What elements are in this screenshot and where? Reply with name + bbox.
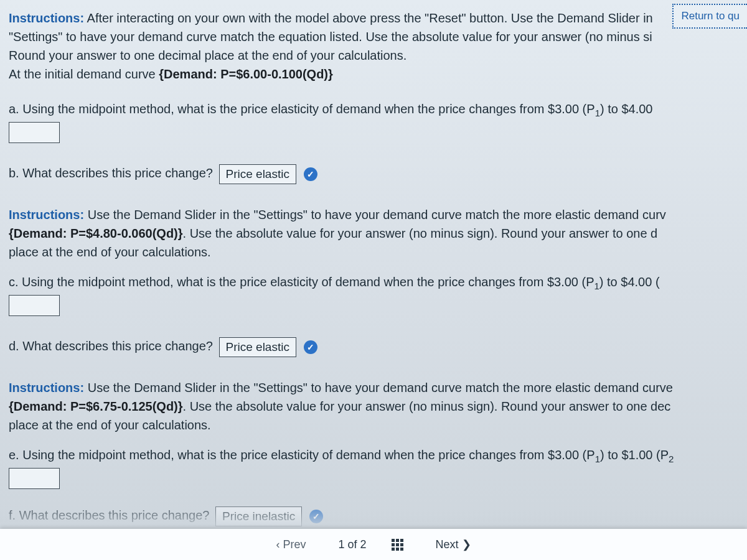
answer-input-a[interactable] (9, 122, 60, 143)
instr3-line3: place at the end of your calculations. (9, 416, 747, 434)
instr3-line1: Use the Demand Slider in the "Settings" … (84, 381, 673, 394)
qa-sub: 1 (595, 108, 600, 118)
answer-input-e[interactable] (9, 468, 60, 489)
page-count: 1 of 2 (338, 538, 366, 551)
question-c: c. Using the midpoint method, what is th… (9, 275, 747, 291)
instr1-line1: After interacting on your own with the m… (84, 11, 653, 25)
question-b: b. What describes this price change? Pri… (9, 164, 747, 184)
demand-equation-1: {Demand: P=$6.00-0.100(Qd)} (159, 67, 333, 81)
check-icon: ✓ (304, 340, 317, 354)
answer-input-c[interactable] (9, 295, 60, 316)
qc-suffix: ) to $4.00 ( (599, 275, 660, 289)
demand-equation-3: {Demand: P=$6.75-0.125(Qd)} (9, 399, 183, 413)
answer-select-d[interactable]: Price elastic (219, 337, 296, 357)
next-button[interactable]: Next ❯ (428, 534, 479, 555)
qb-text: b. What describes this price change? (9, 166, 213, 180)
qa-text: a. Using the midpoint method, what is th… (9, 102, 595, 116)
instr3-after-eq: . Use the absolute value for your answer… (183, 399, 671, 413)
qe-sub2: 2 (669, 454, 674, 464)
nav-bar: ‹ Prev 1 of 2 Next ❯ (0, 529, 747, 560)
prev-button[interactable]: ‹ Prev (268, 534, 313, 555)
qf-text: f. What describes this price change? (9, 508, 209, 522)
check-icon: ✓ (304, 167, 317, 181)
demand-equation-2: {Demand: P=$4.80-0.060(Qd)} (9, 226, 183, 240)
question-e: e. Using the midpoint method, what is th… (9, 448, 747, 464)
qc-sub: 1 (594, 281, 599, 291)
instr2-line2: {Demand: P=$4.80-0.060(Qd)}. Use the abs… (9, 224, 747, 243)
check-icon: ✓ (309, 510, 323, 523)
instr1-line2: "Settings" to have your demand curve mat… (9, 27, 747, 46)
answer-select-f[interactable]: Price inelastic (215, 506, 302, 526)
instr2-after-eq: . Use the absolute value for your answer… (183, 226, 658, 240)
answer-select-b[interactable]: Price elastic (219, 164, 296, 184)
instr1-line4-pre: At the initial demand curve (9, 67, 159, 81)
instr2-line1: Use the Demand Slider in the "Settings" … (84, 208, 666, 222)
instr2-line3: place at the end of your calculations. (9, 243, 747, 261)
question-d: d. What describes this price change? Pri… (9, 337, 747, 357)
grid-icon[interactable] (392, 539, 403, 551)
instr1-line4: At the initial demand curve {Demand: P=$… (9, 65, 747, 83)
question-f: f. What describes this price change? Pri… (9, 506, 747, 526)
instructions-3: Instructions: Use the Demand Slider in t… (9, 378, 747, 397)
instructions-1: Instructions: After interacting on your … (9, 9, 747, 27)
instructions-label-3: Instructions: (9, 381, 84, 394)
prev-label: Prev (283, 538, 306, 551)
qe-text: e. Using the midpoint method, what is th… (9, 448, 595, 462)
instructions-label: Instructions: (9, 11, 84, 25)
question-frame: Return to qu Instructions: After interac… (0, 0, 747, 560)
qe-sub: 1 (595, 454, 600, 464)
instr1-line3: Round your answer to one decimal place a… (9, 46, 747, 65)
instr3-line2: {Demand: P=$6.75-0.125(Qd)}. Use the abs… (9, 397, 747, 416)
qc-text: c. Using the midpoint method, what is th… (9, 275, 594, 289)
qa-suffix: ) to $4.00 (600, 102, 653, 116)
question-a: a. Using the midpoint method, what is th… (9, 102, 747, 118)
instructions-label-2: Instructions: (9, 208, 84, 222)
instructions-2: Instructions: Use the Demand Slider in t… (9, 205, 747, 224)
return-button[interactable]: Return to qu (672, 4, 747, 29)
qd-text: d. What describes this price change? (9, 339, 213, 353)
qe-suffix: ) to $1.00 (P (600, 448, 669, 462)
